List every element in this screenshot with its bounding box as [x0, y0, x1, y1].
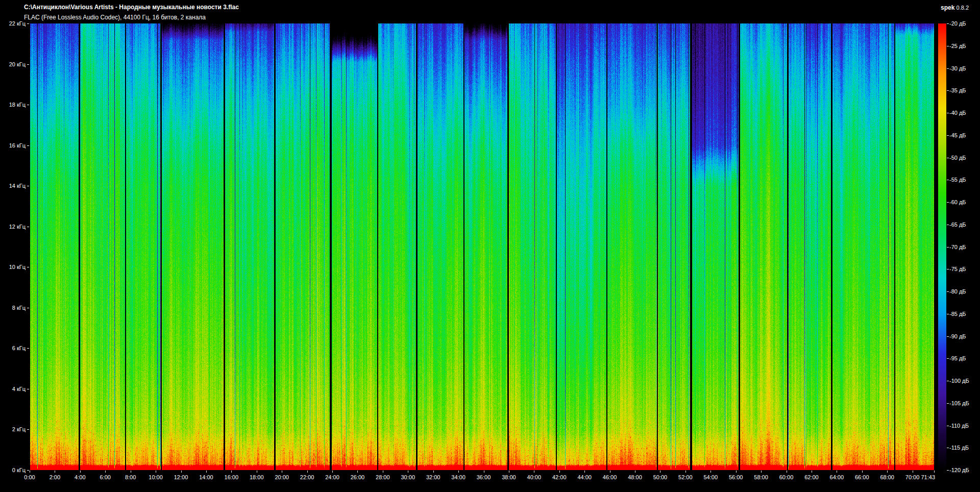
time-tick-label: 56:00: [729, 474, 743, 480]
time-tick-label: 38:00: [502, 474, 516, 480]
db-tick-label: -30 дБ: [949, 65, 966, 71]
freq-tick: [27, 23, 29, 24]
time-tick: [610, 471, 610, 473]
db-tick-label: -80 дБ: [949, 288, 966, 294]
time-tick: [736, 471, 737, 473]
freq-tick: [27, 267, 29, 267]
db-tick: [947, 225, 949, 225]
time-tick-label: 40:00: [527, 474, 542, 480]
spek-window: C:\Антициклон\Various Artists - Народные…: [0, 0, 980, 492]
db-tick-label: -115 дБ: [949, 445, 969, 451]
db-tick: [947, 336, 949, 337]
db-tick: [947, 247, 949, 248]
time-tick-label: 8:00: [125, 474, 136, 480]
freq-tick: [27, 227, 29, 227]
db-tick: [947, 90, 949, 91]
time-tick: [181, 471, 182, 473]
db-tick-label: -45 дБ: [949, 132, 966, 138]
time-tick: [484, 471, 484, 473]
time-tick-label: 28:00: [376, 474, 390, 480]
time-tick-label: 14:00: [199, 474, 213, 480]
time-tick-label: 30:00: [401, 474, 415, 480]
time-tick: [383, 471, 383, 473]
time-tick-label: 42:00: [552, 474, 567, 480]
db-tick: [947, 158, 949, 158]
db-tick-label: -70 дБ: [949, 244, 966, 250]
time-tick-label: 4:00: [75, 474, 85, 480]
time-tick-label: 18:00: [250, 474, 264, 480]
db-tick-label: -65 дБ: [949, 222, 966, 228]
file-format-info: FLAC (Free Lossless Audio Codec), 44100 …: [24, 14, 206, 21]
app-version-number: 0.8.2: [957, 5, 969, 11]
db-tick-label: -35 дБ: [949, 87, 966, 93]
legend-gradient-bar: [938, 23, 946, 470]
time-tick-label: 52:00: [678, 474, 693, 480]
freq-tick-label: 16 кГц: [0, 142, 26, 149]
time-tick-label: 24:00: [325, 474, 339, 480]
time-tick: [307, 471, 308, 473]
freq-tick: [27, 470, 29, 471]
db-tick-label: -60 дБ: [949, 199, 966, 205]
db-tick-label: -110 дБ: [949, 423, 969, 429]
db-tick-label: -25 дБ: [949, 43, 966, 49]
time-tick: [887, 471, 888, 473]
time-tick: [761, 471, 762, 473]
time-tick-label: 34:00: [451, 474, 465, 480]
freq-tick-label: 20 кГц: [0, 61, 26, 67]
time-tick: [559, 471, 560, 473]
time-tick-label: 48:00: [628, 474, 642, 480]
freq-tick: [27, 348, 29, 349]
db-tick: [947, 202, 949, 203]
freq-tick-label: 22 кГц: [0, 20, 26, 27]
time-tick-label: 10:00: [149, 474, 163, 480]
time-tick-label: 71:43: [921, 474, 935, 480]
db-tick: [947, 68, 949, 69]
spectrogram-canvas: [30, 23, 934, 470]
freq-tick-label: 2 кГц: [0, 426, 26, 432]
freq-tick: [27, 429, 29, 430]
time-tick: [357, 471, 358, 473]
db-tick: [947, 314, 949, 314]
db-tick: [947, 448, 949, 448]
time-tick: [660, 471, 660, 473]
time-tick-label: 66:00: [855, 474, 869, 480]
db-tick-label: -90 дБ: [949, 333, 966, 339]
db-tick: [947, 113, 949, 113]
db-tick: [947, 381, 949, 381]
db-tick-label: -40 дБ: [949, 110, 966, 116]
time-tick-label: 32:00: [426, 474, 440, 480]
time-tick: [231, 471, 232, 473]
time-tick: [837, 471, 837, 473]
time-tick: [584, 471, 585, 473]
db-tick: [947, 403, 949, 404]
time-tick-label: 46:00: [603, 474, 617, 480]
time-tick-label: 60:00: [779, 474, 794, 480]
db-tick-label: -50 дБ: [949, 155, 966, 161]
time-tick: [156, 471, 156, 473]
time-tick-label: 44:00: [577, 474, 592, 480]
db-tick: [947, 135, 949, 136]
time-tick-label: 64:00: [830, 474, 844, 480]
freq-tick-label: 8 кГц: [0, 305, 26, 311]
freq-tick: [27, 145, 29, 146]
freq-tick: [27, 64, 29, 65]
time-tick: [458, 471, 459, 473]
app-name: spek: [941, 4, 954, 11]
time-tick: [433, 471, 434, 473]
time-tick: [862, 471, 863, 473]
freq-tick-label: 4 кГц: [0, 386, 26, 392]
db-tick: [947, 470, 949, 471]
file-path-title: C:\Антициклон\Various Artists - Народные…: [24, 4, 239, 11]
db-tick: [947, 46, 949, 46]
time-tick: [635, 471, 635, 473]
db-tick: [947, 269, 949, 269]
db-tick-label: -85 дБ: [949, 311, 966, 317]
db-tick-label: -20 дБ: [949, 20, 966, 27]
db-tick: [947, 358, 949, 359]
time-tick: [787, 471, 787, 473]
time-tick: [408, 471, 408, 473]
time-tick-label: 12:00: [174, 474, 188, 480]
time-tick-label: 68:00: [880, 474, 894, 480]
freq-tick-label: 12 кГц: [0, 224, 26, 230]
time-tick: [534, 471, 534, 473]
